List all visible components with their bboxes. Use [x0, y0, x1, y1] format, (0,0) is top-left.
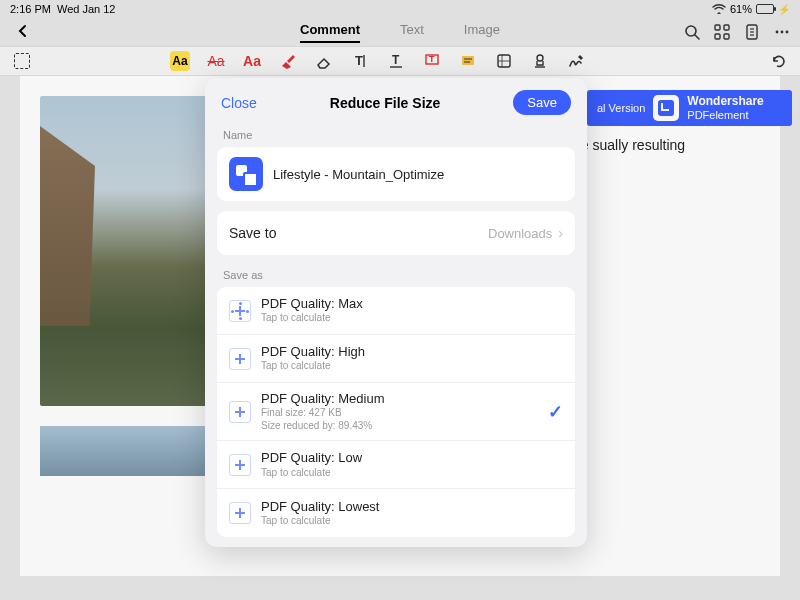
quality-option-max[interactable]: PDF Quality: Max Tap to calculate	[217, 287, 575, 335]
save-to-value: Downloads	[488, 226, 552, 241]
reduce-file-size-modal: Close Reduce File Size Save Name Save to…	[205, 78, 587, 547]
quality-sub: Tap to calculate	[261, 312, 363, 325]
quality-title: PDF Quality: Low	[261, 450, 362, 466]
quality-title: PDF Quality: High	[261, 344, 365, 360]
file-icon	[229, 157, 263, 191]
save-to-label: Save to	[229, 225, 276, 241]
filename-input[interactable]	[273, 167, 563, 182]
quality-icon	[229, 300, 251, 322]
quality-sub: Tap to calculate	[261, 467, 362, 480]
quality-sub: Tap to calculate	[261, 360, 365, 373]
quality-icon	[229, 454, 251, 476]
quality-option-lowest[interactable]: PDF Quality: Lowest Tap to calculate	[217, 489, 575, 537]
modal-title: Reduce File Size	[330, 95, 440, 111]
quality-icon	[229, 348, 251, 370]
close-button[interactable]: Close	[221, 95, 257, 111]
save-to-row[interactable]: Save to Downloads ›	[217, 211, 575, 255]
quality-icon	[229, 502, 251, 524]
quality-title: PDF Quality: Lowest	[261, 499, 380, 515]
quality-icon	[229, 401, 251, 423]
checkmark-icon: ✓	[548, 401, 563, 423]
quality-option-low[interactable]: PDF Quality: Low Tap to calculate	[217, 441, 575, 489]
quality-option-high[interactable]: PDF Quality: High Tap to calculate	[217, 335, 575, 383]
quality-title: PDF Quality: Max	[261, 296, 363, 312]
save-button[interactable]: Save	[513, 90, 571, 115]
chevron-right-icon: ›	[558, 225, 563, 241]
quality-title: PDF Quality: Medium	[261, 391, 385, 407]
name-section-label: Name	[205, 125, 587, 147]
quality-sub-size: Final size: 427 KB	[261, 407, 385, 420]
quality-sub: Tap to calculate	[261, 515, 380, 528]
quality-sub-reduced: Size reduced by: 89.43%	[261, 420, 385, 433]
saveas-section-label: Save as	[205, 265, 587, 287]
quality-option-medium[interactable]: PDF Quality: Medium Final size: 427 KB S…	[217, 383, 575, 441]
